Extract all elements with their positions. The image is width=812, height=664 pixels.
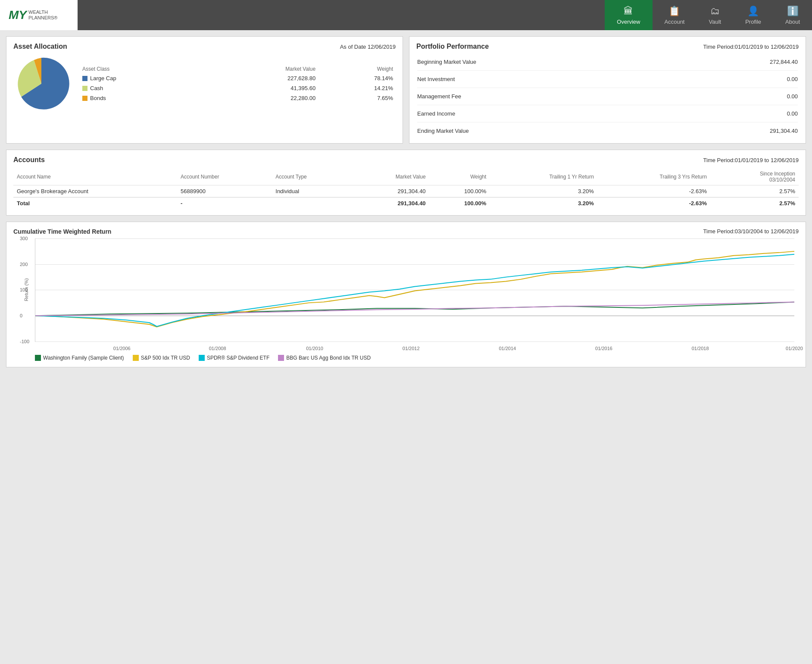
legend-item: BBG Barc US Agg Bond Idx TR USD (278, 355, 371, 361)
accounts-title: Accounts (13, 156, 45, 164)
pp-period: Time Period:01/01/2019 to 12/06/2019 (703, 44, 799, 50)
legend-color (278, 355, 284, 361)
col-trailing-3yr: Trailing 3 Yrs Return (597, 169, 710, 185)
col-market-value: Market Value (352, 169, 429, 185)
y-label-neg100: -100 (20, 339, 29, 344)
logo: MY WEALTHPLANNERS® (0, 0, 78, 30)
total-trailing-3yr: -2.63% (597, 197, 710, 209)
nav-account-label: Account (665, 19, 685, 25)
aa-col-assetclass: Asset Class (80, 65, 205, 73)
aa-market-value: 41,395.60 (205, 83, 318, 93)
portfolio-performance-panel: Portfolio Performance Time Period:01/01/… (409, 36, 806, 144)
y-label-300: 300 (20, 236, 28, 241)
pp-label: Management Fee (417, 91, 675, 102)
nav-about[interactable]: ℹ️ About (773, 0, 812, 30)
accounts-period: Time Period:01/01/2019 to 12/06/2019 (703, 157, 799, 163)
legend-item: SPDR® S&P Dividend ETF (199, 355, 269, 361)
pp-value: 0.00 (675, 108, 798, 119)
pp-value: 272,844.40 (675, 56, 798, 67)
col-weight: Weight (429, 169, 490, 185)
ac-market-value: 291,304.40 (352, 185, 429, 197)
total-since-inception: 2.57% (710, 197, 799, 209)
main-content: Asset Allocation As of Date 12/06/2019 (0, 30, 812, 373)
account-icon: 📋 (668, 6, 680, 17)
y-label-200: 200 (20, 262, 28, 267)
aa-market-value: 22,280.00 (205, 93, 318, 103)
asset-allocation-panel: Asset Allocation As of Date 12/06/2019 (6, 36, 403, 144)
asset-allocation-title: Asset Allocation (13, 43, 67, 50)
chart-header: Cumulative Time Weighted Return Time Per… (13, 228, 799, 235)
pp-title: Portfolio Performance (416, 43, 489, 50)
chart-area: Return (%) 300 200 100 0 -100 01/2006 (35, 238, 794, 342)
asset-allocation-date: As of Date 12/06/2019 (340, 44, 396, 50)
account-row: George's Brokerage Account 56889900 Indi… (13, 185, 799, 197)
pp-label: Net Investment (417, 74, 675, 85)
col-trailing-1yr: Trailing 1 Yr Return (490, 169, 597, 185)
nav-overview[interactable]: 🏛 Overview (605, 0, 652, 30)
accounts-total-row: Total - 291,304.40 100.00% 3.20% -2.63% … (13, 197, 799, 209)
nav-overview-label: Overview (617, 19, 640, 25)
pp-value: 291,304.40 (675, 125, 798, 136)
vault-icon: 🗂 (710, 6, 720, 17)
nav-profile[interactable]: 👤 Profile (733, 0, 773, 30)
overview-icon: 🏛 (624, 6, 633, 17)
legend-label: Washington Family (Sample Client) (43, 355, 124, 361)
ac-type: Individual (272, 185, 352, 197)
aa-color-dot (82, 96, 87, 101)
aa-market-value: 227,628.80 (205, 73, 318, 83)
aa-weight: 7.65% (318, 93, 396, 103)
accounts-header: Accounts Time Period:01/01/2019 to 12/06… (13, 156, 799, 164)
y-label-100: 100 (20, 287, 28, 292)
nav-profile-label: Profile (745, 19, 761, 25)
ac-trailing-1yr: 3.20% (490, 185, 597, 197)
aa-name: Cash (80, 83, 205, 93)
aa-col-weight: Weight (318, 65, 396, 73)
aa-color-dot (82, 86, 87, 91)
nav-account[interactable]: 📋 Account (653, 0, 697, 30)
nav-items: 🏛 Overview 📋 Account 🗂 Vault 👤 Profile ℹ… (605, 0, 812, 30)
pp-value: 0.00 (675, 91, 798, 102)
pp-row: Ending Market Value 291,304.40 (417, 125, 798, 136)
aa-weight: 14.21% (318, 83, 396, 93)
pp-row: Management Fee 0.00 (417, 91, 798, 102)
chart-period: Time Period:03/10/2004 to 12/06/2019 (703, 228, 799, 235)
chart-title: Cumulative Time Weighted Return (13, 228, 111, 235)
x-label-2008: 01/2008 (209, 346, 226, 351)
chart-svg (35, 238, 794, 341)
accounts-header-row: Account Name Account Number Account Type… (13, 169, 799, 185)
pp-row: Net Investment 0.00 (417, 74, 798, 85)
about-icon: ℹ️ (787, 6, 799, 17)
legend-color (133, 355, 139, 361)
pie-chart (13, 56, 69, 112)
aa-name: Bonds (80, 93, 205, 103)
col-since-inception: Since Inception03/10/2004 (710, 169, 799, 185)
legend-item: Washington Family (Sample Client) (35, 355, 124, 361)
pp-table: Beginning Market Value 272,844.40 Net In… (416, 56, 799, 137)
legend-label: S&P 500 Idx TR USD (141, 355, 190, 361)
chart-legend: Washington Family (Sample Client) S&P 50… (13, 355, 799, 361)
aa-row: Large Cap 227,628.80 78.14% (80, 73, 396, 83)
legend-color (35, 355, 41, 361)
pp-row: Beginning Market Value 272,844.40 (417, 56, 798, 67)
navigation: MY WEALTHPLANNERS® 🏛 Overview 📋 Account … (0, 0, 812, 30)
y-label-0: 0 (20, 313, 22, 318)
col-account-type: Account Type (272, 169, 352, 185)
aa-table: Asset Class Market Value Weight Large Ca… (80, 65, 396, 103)
accounts-table: Account Name Account Number Account Type… (13, 169, 799, 209)
aa-color-dot (82, 76, 87, 81)
nav-vault[interactable]: 🗂 Vault (696, 0, 733, 30)
aa-row: Cash 41,395.60 14.21% (80, 83, 396, 93)
total-weight: 100.00% (429, 197, 490, 209)
ac-trailing-3yr: -2.63% (597, 185, 710, 197)
logo-wealth: WEALTHPLANNERS® (28, 9, 57, 21)
nav-about-label: About (785, 19, 800, 25)
legend-item: S&P 500 Idx TR USD (133, 355, 190, 361)
pp-label: Earned Income (417, 108, 675, 119)
x-label-2006: 01/2006 (113, 346, 131, 351)
legend-label: SPDR® S&P Dividend ETF (207, 355, 269, 361)
asset-allocation-content: Asset Class Market Value Weight Large Ca… (13, 56, 396, 112)
profile-icon: 👤 (747, 6, 759, 17)
pp-label: Ending Market Value (417, 125, 675, 136)
aa-row: Bonds 22,280.00 7.65% (80, 93, 396, 103)
accounts-panel: Accounts Time Period:01/01/2019 to 12/06… (6, 150, 806, 216)
